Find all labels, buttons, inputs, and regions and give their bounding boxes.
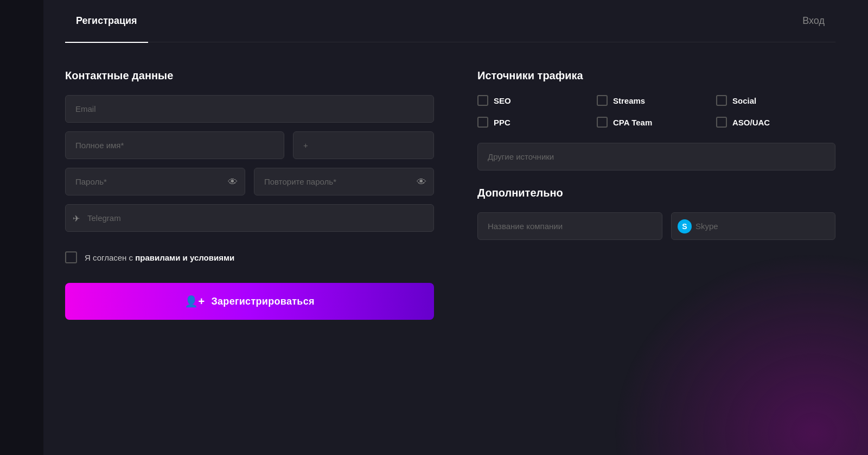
- skype-input[interactable]: [671, 212, 835, 240]
- confirm-password-input[interactable]: [254, 168, 434, 195]
- tab-register[interactable]: Регистрация: [65, 11, 148, 31]
- additional-title: Дополнительно: [477, 187, 835, 199]
- country-code-input[interactable]: [293, 131, 434, 159]
- register-label: Зарегистрироваться: [211, 296, 314, 307]
- checkbox-cpa-team[interactable]: [597, 117, 608, 128]
- top-nav: Регистрация Вход: [65, 0, 835, 42]
- additional-row: S: [477, 212, 835, 240]
- traffic-item-streams[interactable]: Streams: [597, 95, 716, 106]
- col-left: Контактные данные 👁︎ 👁︎: [65, 69, 434, 320]
- traffic-item-cpa-team[interactable]: CPA Team: [597, 117, 716, 128]
- checkbox-ppc[interactable]: [477, 117, 488, 128]
- telegram-input[interactable]: [65, 204, 434, 232]
- telegram-icon: ✈: [73, 213, 80, 223]
- password-wrap: 👁︎: [65, 168, 245, 195]
- terms-link[interactable]: правилами и условиями: [135, 253, 234, 262]
- bottom-area: 👤+ Зарегистрироваться: [65, 283, 434, 320]
- traffic-item-aso-uac[interactable]: ASO/UAC: [716, 117, 835, 128]
- tab-login[interactable]: Вход: [792, 11, 835, 31]
- checkbox-streams[interactable]: [597, 95, 608, 106]
- label-aso-uac: ASO/UAC: [732, 118, 770, 127]
- skype-icon: S: [678, 219, 692, 233]
- other-sources-wrap: [477, 143, 835, 170]
- fullname-input[interactable]: [65, 131, 284, 159]
- password-row: 👁︎ 👁︎: [65, 168, 434, 195]
- password-input[interactable]: [65, 168, 245, 195]
- label-ppc: PPC: [494, 118, 510, 127]
- telegram-wrap: ✈: [65, 204, 434, 232]
- name-row: [65, 131, 434, 159]
- col-right: Источники трафика SEO Streams Social P: [477, 69, 835, 320]
- password-eye-icon[interactable]: 👁︎: [228, 176, 238, 187]
- agreement-checkbox[interactable]: [65, 251, 77, 263]
- contact-data-title: Контактные данные: [65, 69, 434, 82]
- traffic-item-ppc[interactable]: PPC: [477, 117, 597, 128]
- label-streams: Streams: [613, 96, 645, 105]
- register-icon: 👤+: [184, 295, 205, 308]
- label-social: Social: [732, 96, 756, 105]
- email-wrap: [65, 95, 434, 123]
- traffic-item-seo[interactable]: SEO: [477, 95, 597, 106]
- email-input[interactable]: [65, 95, 434, 123]
- traffic-item-social[interactable]: Social: [716, 95, 835, 106]
- form-layout: Контактные данные 👁︎ 👁︎: [65, 69, 835, 320]
- register-button[interactable]: 👤+ Зарегистрироваться: [65, 283, 434, 320]
- label-seo: SEO: [494, 96, 511, 105]
- checkbox-aso-uac[interactable]: [716, 117, 727, 128]
- other-sources-input[interactable]: [477, 143, 835, 170]
- company-input[interactable]: [477, 212, 662, 240]
- traffic-grid: SEO Streams Social PPC CPA Team: [477, 95, 835, 128]
- confirm-password-wrap: 👁︎: [254, 168, 434, 195]
- agreement-wrap: Я согласен с правилами и условиями: [65, 251, 434, 263]
- checkbox-social[interactable]: [716, 95, 727, 106]
- label-cpa-team: CPA Team: [613, 118, 652, 127]
- agreement-text: Я согласен с правилами и условиями: [85, 253, 234, 262]
- skype-wrap: S: [671, 212, 835, 240]
- confirm-password-eye-icon[interactable]: 👁︎: [417, 176, 426, 187]
- checkbox-seo[interactable]: [477, 95, 488, 106]
- traffic-title: Источники трафика: [477, 69, 835, 82]
